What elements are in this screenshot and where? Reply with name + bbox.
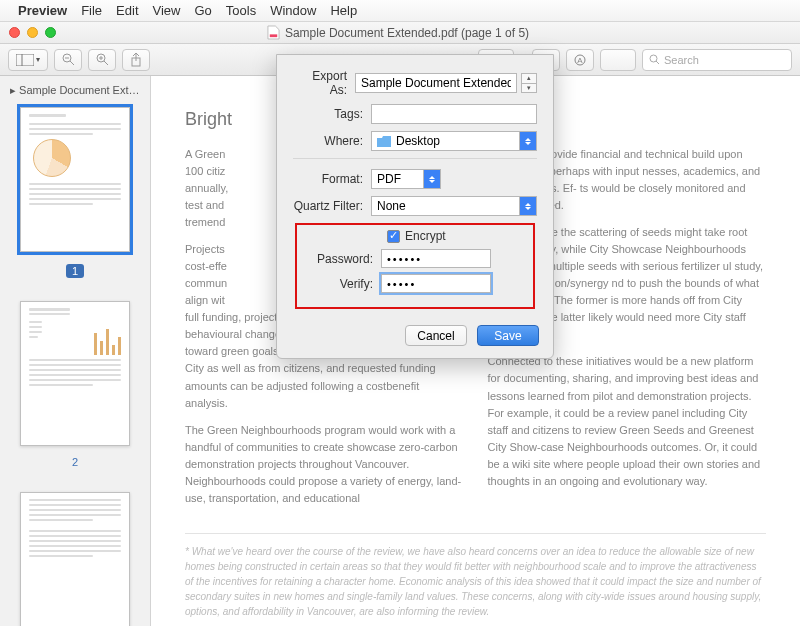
tags-label: Tags: (293, 107, 371, 121)
window-title: Sample Document Extended.pdf (page 1 of … (285, 26, 529, 40)
titlebar: Sample Document Extended.pdf (page 1 of … (0, 22, 800, 44)
thumbnail-page-3[interactable] (20, 492, 130, 626)
format-label: Format: (293, 172, 371, 186)
zoom-in[interactable] (88, 49, 116, 71)
menu-view[interactable]: View (153, 3, 181, 18)
filename-expand[interactable]: ▴▾ (521, 73, 537, 93)
search-placeholder: Search (664, 54, 699, 66)
save-button[interactable]: Save (477, 325, 539, 346)
toolbar-extra[interactable] (600, 49, 636, 71)
menu-help[interactable]: Help (330, 3, 357, 18)
pie-chart-icon (33, 139, 71, 177)
verify-label: Verify: (303, 277, 381, 291)
thumbnails-sidebar: ▸ Sample Document Extende... 1 (0, 76, 151, 626)
verify-password-input[interactable] (381, 274, 491, 293)
minimize-window[interactable] (27, 27, 38, 38)
password-input[interactable] (381, 249, 491, 268)
encrypt-checkbox[interactable] (387, 230, 400, 243)
menu-edit[interactable]: Edit (116, 3, 138, 18)
svg-text:A: A (577, 56, 583, 65)
page-number-1: 1 (66, 264, 84, 278)
sidebar-title: ▸ Sample Document Extende... (0, 82, 150, 103)
svg-point-13 (650, 55, 657, 62)
menu-file[interactable]: File (81, 3, 102, 18)
export-as-label: Export As: (293, 69, 355, 97)
thumbnail-page-2[interactable] (20, 301, 130, 446)
search-field[interactable]: Search (642, 49, 792, 71)
bar-chart-icon (94, 325, 121, 355)
cancel-button[interactable]: Cancel (405, 325, 467, 346)
menubar: Preview File Edit View Go Tools Window H… (0, 0, 800, 22)
encrypt-label: Encrypt (405, 229, 446, 243)
svg-line-6 (104, 61, 108, 65)
format-popup[interactable]: PDF (371, 169, 441, 189)
zoom-out[interactable] (54, 49, 82, 71)
svg-line-14 (656, 61, 659, 64)
where-popup[interactable]: Desktop (371, 131, 537, 151)
menu-tools[interactable]: Tools (226, 3, 256, 18)
encrypt-highlight: Encrypt Password: Verify: (295, 223, 535, 309)
quartz-filter-label: Quartz Filter: (293, 199, 371, 213)
tags-input[interactable] (371, 104, 537, 124)
export-dialog: Export As: ▴▾ Tags: Where: Desktop Forma… (276, 54, 554, 359)
where-label: Where: (293, 134, 371, 148)
zoom-window[interactable] (45, 27, 56, 38)
sidebar-toggle[interactable]: ▾ (8, 49, 48, 71)
menu-window[interactable]: Window (270, 3, 316, 18)
share-button[interactable] (122, 49, 150, 71)
document-icon (267, 25, 280, 40)
svg-line-3 (70, 61, 74, 65)
password-label: Password: (303, 252, 381, 266)
app-menu[interactable]: Preview (18, 3, 67, 18)
export-filename-input[interactable] (355, 73, 517, 93)
annotate-button[interactable]: A (566, 49, 594, 71)
close-window[interactable] (9, 27, 20, 38)
svg-rect-0 (16, 54, 34, 66)
folder-icon (377, 136, 391, 147)
search-icon (649, 54, 660, 65)
thumbnail-page-1[interactable] (20, 107, 130, 252)
quartz-filter-popup[interactable]: None (371, 196, 537, 216)
page-number-2: 2 (72, 456, 78, 468)
window-controls (9, 27, 56, 38)
footnote: * What we've heard over the course of th… (185, 544, 766, 619)
menu-go[interactable]: Go (194, 3, 211, 18)
